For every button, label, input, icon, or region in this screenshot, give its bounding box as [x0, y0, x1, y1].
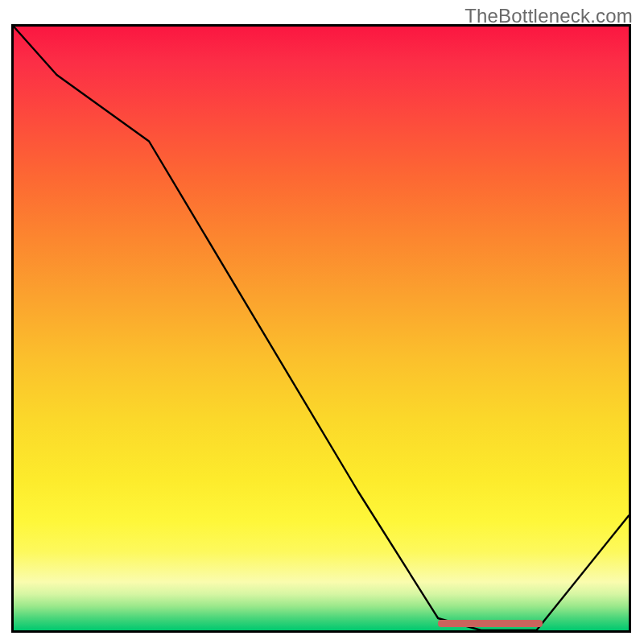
curve-path	[14, 27, 629, 630]
optimal-range-marker	[438, 620, 543, 627]
chart-frame	[11, 24, 631, 633]
line-curve	[14, 27, 629, 630]
